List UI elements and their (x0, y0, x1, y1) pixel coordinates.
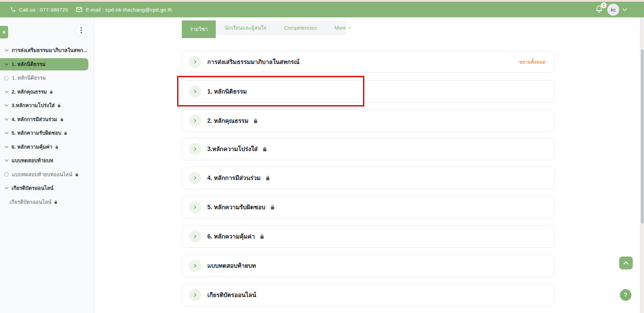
chevron-right-icon[interactable] (189, 289, 201, 301)
lock-icon (262, 146, 267, 152)
sidebar-item-label: แบบทดสอบท้ายบท (12, 156, 53, 165)
completion-circle-icon (4, 172, 8, 177)
chevron-right-icon[interactable] (189, 260, 201, 272)
course-index-list: การส่งเสริมธรรมมาภิบาลในสหก... 1. หลักนิ… (0, 44, 94, 209)
chevron-down-icon[interactable] (3, 49, 10, 52)
avatar[interactable]: kc (607, 4, 619, 16)
sidebar-item-section-4[interactable]: 4. หลักการมีส่วนร่วม (0, 113, 94, 127)
sidebar-item-label: เกียรติบัตรออนไลน์ (12, 184, 53, 192)
chevron-right-icon[interactable] (189, 201, 201, 213)
sidebar-item-label: 5. หลักความรับผิดชอบ (12, 129, 61, 137)
sidebar-item-certificate-section[interactable]: เกียรติบัตรออนไลน์ (0, 181, 94, 195)
lock-icon (265, 175, 271, 181)
drawer-kebab-menu-button[interactable] (75, 24, 87, 36)
course-tabbar: รายวิชา นักเรียนและผู้สนใจ Competencies … (182, 20, 346, 35)
notifications-button[interactable]: 1 (595, 4, 604, 15)
chevron-right-icon[interactable] (189, 230, 201, 243)
chevron-down-icon[interactable] (3, 146, 10, 148)
sidebar-item-label: 3.หลักความโปร่งใส่ (12, 101, 55, 110)
chevron-right-icon[interactable] (189, 143, 201, 155)
envelope-icon (76, 7, 82, 12)
lock-icon (64, 131, 68, 135)
sidebar-item-label: 1. หลักนิติธรรม (12, 60, 46, 68)
chevron-down-icon[interactable] (3, 118, 10, 121)
lock-icon (54, 200, 58, 204)
section-card-1[interactable]: 1. หลักนิติธรรม (182, 80, 555, 103)
chevron-down-icon[interactable] (3, 90, 10, 93)
expand-all-link[interactable]: ขยายทั้งหมด (519, 58, 545, 66)
section-title: การส่งเสริมธรรมมาภิบาลในสหกรณ์ (207, 57, 299, 67)
sidebar-item-label: 1. หลักนิติธรรม (12, 74, 46, 82)
section-title: 4. หลักการมีส่วนร่วม (207, 173, 261, 183)
sidebar-activity-1[interactable]: 1. หลักนิติธรรม (0, 71, 94, 85)
lock-icon (75, 172, 79, 177)
sidebar-item-course[interactable]: การส่งเสริมธรรมมาภิบาลในสหก... (0, 44, 94, 57)
chevron-right-icon[interactable] (189, 85, 201, 98)
topbar: Call us : 077-380725 E-mail : cpd-nk-tha… (0, 2, 644, 17)
tab-competencies[interactable]: Competencies (275, 20, 326, 35)
section-card-certificate[interactable]: เกียรติบัตรออนไลน์ (182, 284, 555, 306)
lock-icon (270, 204, 275, 210)
chevron-up-icon (623, 261, 629, 265)
course-index-drawer: × การส่งเสริมธรรมมาภิบาลในสหก... 1. หลัก… (0, 17, 94, 313)
email-label: E-mail : cpd-nk-thachang@cpd.go.th (86, 7, 172, 13)
chevron-right-icon[interactable] (189, 56, 201, 68)
lock-icon (57, 103, 61, 108)
section-card-6[interactable]: 6. หลักความคุ้มค่า (182, 225, 555, 248)
completion-circle-icon (4, 76, 8, 80)
section-card-course-header[interactable]: การส่งเสริมธรรมมาภิบาลในสหกรณ์ ขยายทั้งห… (182, 51, 555, 72)
lock-icon (259, 233, 265, 240)
chevron-right-icon[interactable] (189, 172, 201, 184)
topbar-actions: 1 kc (595, 4, 627, 16)
call-us-label: Call us : 077-380725 (19, 7, 68, 13)
sidebar-item-label: การส่งเสริมธรรมมาภิบาลในสหก... (12, 46, 87, 54)
section-card-quiz[interactable]: แบบทดสอบท้ายบท (182, 254, 555, 277)
tab-participants[interactable]: นักเรียนและผู้สนใจ (216, 20, 275, 35)
contact-info: Call us : 077-380725 E-mail : cpd-nk-tha… (10, 7, 177, 13)
chevron-down-icon[interactable] (3, 132, 10, 134)
chevron-down-icon[interactable] (3, 187, 10, 190)
page: Call us : 077-380725 E-mail : cpd-nk-tha… (0, 0, 644, 313)
tab-more[interactable]: More (326, 20, 360, 35)
sidebar-activity-quiz[interactable]: แบบทดสอบท้ายบทออนไลน์ (0, 168, 94, 182)
chevron-down-icon[interactable] (3, 104, 10, 107)
scrollbar-thumb[interactable] (641, 49, 644, 224)
sidebar-item-quiz-section[interactable]: แบบทดสอบท้ายบท (0, 154, 94, 168)
sidebar-item-label: เกียรติบัตรออนไลน์ (10, 198, 51, 206)
sidebar-item-section-3[interactable]: 3.หลักความโปร่งใส่ (0, 99, 94, 113)
notification-count-badge: 1 (601, 2, 607, 8)
help-button[interactable]: ? (620, 289, 631, 301)
chevron-right-icon[interactable] (189, 115, 201, 127)
sidebar-item-label: แบบทดสอบท้ายบทออนไลน์ (12, 170, 72, 179)
section-card-2[interactable]: 2. หลักคุณธรรม (182, 110, 555, 132)
user-menu-chevron-icon[interactable] (623, 8, 627, 11)
sidebar-item-label: 6. หลักความคุ้มค่า (12, 143, 52, 151)
sidebar-item-section-5[interactable]: 5. หลักความรับผิดชอบ (0, 126, 94, 140)
lock-icon (49, 89, 53, 94)
sidebar-item-section-6[interactable]: 6. หลักความคุ้มค่า (0, 140, 94, 154)
phone-icon (10, 7, 16, 12)
chevron-down-icon (348, 27, 351, 29)
lock-icon (253, 118, 258, 124)
close-drawer-button[interactable]: × (0, 26, 8, 38)
scroll-to-top-button[interactable] (619, 257, 633, 269)
kebab-icon (81, 27, 82, 33)
sidebar-activity-certificate[interactable]: เกียรติบัตรออนไลน์ (0, 195, 94, 209)
tab-course[interactable]: รายวิชา (182, 20, 216, 38)
section-title: 1. หลักนิติธรรม (207, 87, 247, 96)
chevron-down-icon[interactable] (3, 63, 10, 66)
section-card-5[interactable]: 5. หลักความรับผิดชอบ (182, 196, 555, 218)
section-title: 3.หลักความโปร่งใส่ (207, 144, 258, 154)
page-scrollbar[interactable] (640, 17, 644, 313)
chevron-down-icon[interactable] (3, 159, 10, 162)
sidebar-item-section-1[interactable]: 1. หลักนิติธรรม (0, 57, 94, 71)
section-card-4[interactable]: 4. หลักการมีส่วนร่วม (182, 167, 555, 189)
section-title: 5. หลักความรับผิดชอบ (207, 202, 265, 212)
section-card-3[interactable]: 3.หลักความโปร่งใส่ (182, 138, 555, 160)
section-title: 6. หลักความคุ้มค่า (207, 232, 255, 241)
sidebar-item-section-2[interactable]: 2. หลักคุณธรรม (0, 85, 94, 99)
lock-icon (60, 117, 64, 122)
section-title: 2. หลักคุณธรรม (207, 116, 248, 126)
section-title: เกียรติบัตรออนไลน์ (207, 290, 256, 300)
sidebar-item-label: 4. หลักการมีส่วนร่วม (12, 115, 57, 123)
